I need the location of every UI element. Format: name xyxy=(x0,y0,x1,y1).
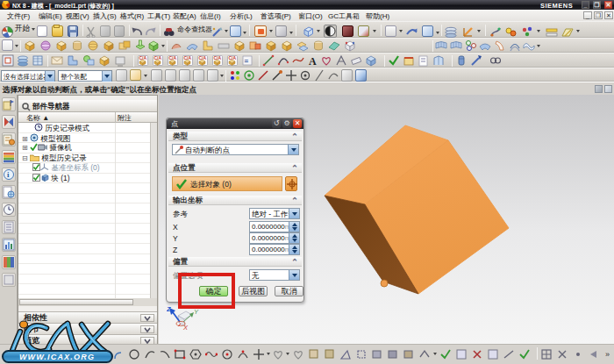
svg-text:C/A: C/A xyxy=(154,55,162,61)
svg-text:C/A: C/A xyxy=(184,55,192,61)
svg-text:Y: Y xyxy=(194,308,199,316)
svg-text:Z: Z xyxy=(167,305,171,313)
svg-text:C/A: C/A xyxy=(229,55,237,61)
svg-text:C/A: C/A xyxy=(169,55,177,61)
svg-text:C/A: C/A xyxy=(139,55,147,61)
svg-text:WWW.ICAX.ORG: WWW.ICAX.ORG xyxy=(19,353,95,361)
svg-text:C/A: C/A xyxy=(214,55,222,61)
svg-text:A: A xyxy=(309,55,317,67)
svg-text:C/A: C/A xyxy=(199,55,207,61)
svg-text:=: = xyxy=(245,57,249,65)
svg-text:X: X xyxy=(182,324,189,332)
